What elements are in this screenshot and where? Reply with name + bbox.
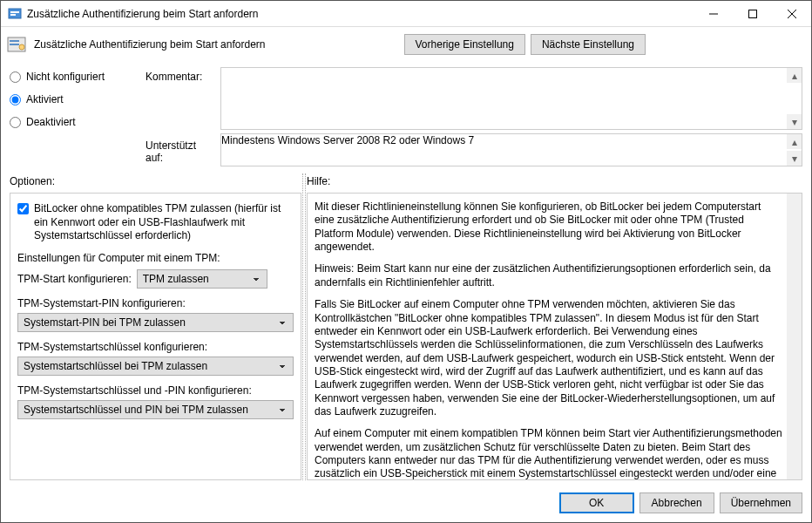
minimize-button[interactable] (694, 1, 733, 26)
app-icon (8, 7, 22, 21)
radio-enabled-input[interactable] (10, 94, 21, 105)
help-header: Hilfe: (307, 173, 802, 193)
options-pane: Optionen: BitLocker ohne kompatibles TPM… (10, 173, 301, 480)
previous-setting-button[interactable]: Vorherige Einstellung (404, 34, 525, 55)
window-title: Zusätzliche Authentifizierung beim Start… (27, 8, 694, 20)
tpm-pin-combo[interactable]: Systemstart-PIN bei TPM zulassen (17, 313, 294, 332)
dialog-footer: OK Abbrechen Übernehmen (1, 486, 811, 522)
cancel-button[interactable]: Abbrechen (639, 492, 714, 513)
svg-rect-2 (10, 14, 16, 16)
supported-on-box: Mindestens Windows Server 2008 R2 oder W… (220, 133, 802, 166)
tpm-key-label: TPM-Systemstartschlüssel konfigurieren: (17, 341, 294, 353)
policy-editor-window: Zusätzliche Authentifizierung beim Start… (0, 0, 812, 523)
radio-enabled[interactable]: Aktiviert (10, 93, 140, 105)
svg-rect-8 (10, 40, 19, 42)
scroll-down-icon[interactable]: ▾ (787, 151, 802, 166)
svg-rect-9 (10, 44, 19, 45)
comment-label: Kommentar: (145, 67, 215, 130)
supported-on-label: Unterstützt auf: (145, 136, 215, 164)
allow-no-tpm-checkbox[interactable] (17, 203, 29, 214)
help-pane: Hilfe: Mit dieser Richtlinieneinstellung… (307, 173, 802, 480)
help-body: Mit dieser Richtlinieneinstellung können… (307, 193, 802, 480)
maximize-button[interactable] (733, 1, 772, 26)
radio-not-configured[interactable]: Nicht konfiguriert (10, 71, 140, 83)
radio-disabled-input[interactable] (10, 117, 21, 128)
window-buttons (694, 1, 811, 26)
policy-icon (6, 34, 27, 55)
scroll-up-icon[interactable]: ▴ (787, 68, 802, 83)
radio-disabled-label: Deaktiviert (26, 116, 76, 128)
options-body: BitLocker ohne kompatibles TPM zulassen … (10, 193, 301, 480)
help-p1: Mit dieser Richtlinieneinstellung können… (315, 200, 782, 254)
tpm-keypin-combo[interactable]: Systemstartschlüssel und PIN bei TPM zul… (17, 400, 294, 419)
tpm-pin-label: TPM-Systemstart-PIN konfigurieren: (17, 297, 294, 309)
next-setting-button[interactable]: Nächste Einstellung (531, 34, 646, 55)
policy-header: Zusätzliche Authentifizierung beim Start… (1, 27, 811, 62)
radio-enabled-label: Aktiviert (26, 93, 64, 105)
help-p2: Hinweis: Beim Start kann nur eine der zu… (315, 262, 782, 289)
config-top-grid: Nicht konfiguriert Aktiviert Deaktiviert… (1, 62, 811, 173)
allow-no-tpm-label: BitLocker ohne kompatibles TPM zulassen … (34, 202, 294, 243)
help-p3: Falls Sie BitLocker auf einem Computer o… (315, 298, 782, 418)
policy-title: Zusätzliche Authentifizierung beim Start… (34, 38, 397, 51)
ok-button[interactable]: OK (559, 492, 634, 513)
radio-disabled[interactable]: Deaktiviert (10, 116, 140, 128)
svg-point-10 (19, 44, 24, 50)
titlebar: Zusätzliche Authentifizierung beim Start… (1, 1, 811, 27)
radio-not-configured-label: Nicht konfiguriert (26, 71, 105, 83)
apply-button[interactable]: Übernehmen (720, 492, 802, 513)
tpm-key-combo[interactable]: Systemstartschlüssel bei TPM zulassen (17, 357, 294, 376)
help-p4: Auf einem Computer mit einem kompatiblen… (315, 427, 782, 480)
options-header: Optionen: (10, 173, 301, 193)
supported-on-text: Mindestens Windows Server 2008 R2 oder W… (221, 134, 802, 146)
svg-rect-0 (9, 9, 21, 18)
tpm-group-title: Einstellungen für Computer mit einem TPM… (17, 252, 294, 264)
svg-rect-4 (748, 10, 756, 17)
help-scrollbar[interactable] (787, 194, 802, 479)
svg-rect-1 (10, 11, 19, 13)
tpm-keypin-label: TPM-Systemstartschlüssel und -PIN konfig… (17, 384, 294, 397)
tpm-start-combo[interactable]: TPM zulassen (137, 269, 267, 289)
split-area: Optionen: BitLocker ohne kompatibles TPM… (1, 173, 811, 486)
tpm-start-label: TPM-Start konfigurieren: (17, 273, 132, 285)
allow-no-tpm-checkbox-row[interactable]: BitLocker ohne kompatibles TPM zulassen … (17, 202, 294, 243)
scroll-up-icon[interactable]: ▴ (787, 134, 802, 149)
close-button[interactable] (772, 1, 811, 26)
scroll-down-icon[interactable]: ▾ (787, 114, 802, 129)
comment-textarea[interactable]: ▴ ▾ (220, 67, 802, 130)
radio-not-configured-input[interactable] (10, 71, 21, 83)
